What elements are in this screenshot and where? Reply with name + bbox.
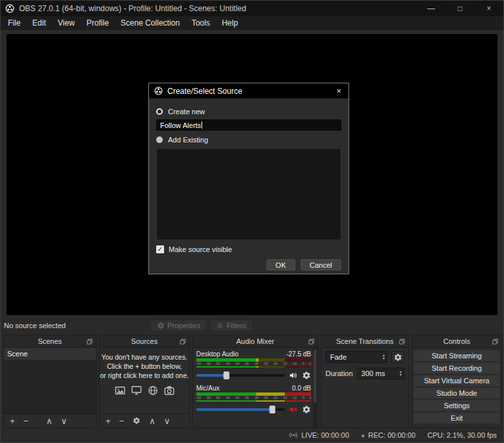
cancel-button[interactable]: Cancel bbox=[301, 259, 341, 270]
studio-mode-button[interactable]: Studio Mode bbox=[413, 387, 500, 399]
start-virtual-camera-button[interactable]: Start Virtual Camera bbox=[413, 375, 500, 387]
menu-item-profile[interactable]: Profile bbox=[81, 16, 115, 30]
record-dot-icon: ● bbox=[361, 432, 365, 439]
properties-button[interactable]: Properties bbox=[150, 320, 207, 331]
meter-scale: -60-55-50-45-40-35-30-25-20-15-10-50 bbox=[196, 362, 311, 366]
source-properties-button[interactable] bbox=[133, 417, 140, 425]
status-bar: LIVE: 00:00:00 ● REC: 00:00:00 CPU: 2.1%… bbox=[1, 428, 503, 442]
add-existing-option[interactable]: Add Existing bbox=[156, 135, 341, 144]
filters-button[interactable]: Filters bbox=[209, 320, 253, 331]
settings-button[interactable]: Settings bbox=[413, 400, 500, 411]
menu-bar: File Edit View Profile Scene Collection … bbox=[1, 16, 503, 30]
dialog-close-button[interactable]: × bbox=[334, 86, 343, 96]
properties-label: Properties bbox=[167, 322, 200, 329]
obs-logo-icon bbox=[5, 4, 14, 13]
spinbox-arrows-icon[interactable]: ▴▾ bbox=[400, 370, 402, 377]
live-timer: LIVE: 00:00:00 bbox=[301, 431, 349, 439]
make-source-visible-option[interactable]: ✓ Make source visible bbox=[156, 245, 341, 253]
menu-item-file[interactable]: File bbox=[2, 16, 26, 30]
duration-label: Duration bbox=[326, 369, 353, 377]
sources-empty-message: You don't have any sources. Click the + … bbox=[100, 348, 189, 380]
audio-mixer-dock-title: Audio Mixer bbox=[236, 337, 274, 345]
volume-meter-peak bbox=[196, 366, 311, 368]
controls-dock-title: Controls bbox=[444, 337, 471, 345]
scene-list[interactable]: Scene bbox=[4, 348, 96, 413]
camera-icon bbox=[163, 385, 175, 396]
transition-selected-value: Fade bbox=[330, 353, 346, 361]
transitions-dock-title: Scene Transitions bbox=[336, 337, 393, 345]
scenes-dock: Scenes Scene + − ∧ ∨ bbox=[3, 335, 96, 428]
volume-slider-handle[interactable] bbox=[223, 371, 229, 379]
menu-item-edit[interactable]: Edit bbox=[26, 16, 52, 30]
controls-dock: Controls Start Streaming Start Recording… bbox=[411, 335, 502, 428]
add-scene-button[interactable]: + bbox=[10, 417, 15, 425]
live-status: LIVE: 00:00:00 bbox=[289, 431, 349, 440]
volume-meter bbox=[196, 392, 311, 396]
gear-icon bbox=[133, 417, 140, 425]
transition-properties-button[interactable] bbox=[391, 351, 404, 363]
move-source-down-button[interactable]: ∨ bbox=[164, 417, 171, 425]
filters-label: Filters bbox=[226, 322, 246, 329]
create-select-source-dialog: Create/Select Source × Create new Follow… bbox=[148, 83, 349, 274]
popout-icon[interactable] bbox=[492, 338, 499, 345]
menu-item-help[interactable]: Help bbox=[216, 16, 244, 30]
mixer-channel-mic-aux: Mic/Aux 0.0 dB -60-55-50-45-40-35-30-25-… bbox=[196, 385, 311, 414]
popout-icon[interactable] bbox=[86, 338, 93, 345]
filter-icon bbox=[216, 322, 224, 329]
globe-icon bbox=[147, 385, 159, 396]
remove-scene-button[interactable]: − bbox=[24, 417, 29, 425]
menu-item-tools[interactable]: Tools bbox=[186, 16, 216, 30]
move-scene-down-button[interactable]: ∨ bbox=[61, 417, 68, 425]
source-name-input[interactable]: Follow Alerts bbox=[156, 119, 341, 131]
popout-icon[interactable] bbox=[308, 338, 315, 345]
move-source-up-button[interactable]: ∧ bbox=[149, 417, 156, 425]
close-button[interactable]: × bbox=[474, 1, 503, 16]
source-name-value: Follow Alerts bbox=[160, 121, 201, 129]
source-status-text: No source selected bbox=[4, 322, 66, 329]
existing-sources-list[interactable] bbox=[156, 148, 341, 240]
mixer-scrollbar[interactable] bbox=[313, 348, 317, 427]
exit-button[interactable]: Exit bbox=[413, 412, 500, 424]
create-new-label: Create new bbox=[168, 108, 205, 116]
volume-slider-handle[interactable] bbox=[270, 406, 276, 413]
channel-db-value: 0.0 dB bbox=[292, 385, 311, 392]
volume-meter bbox=[196, 358, 311, 362]
start-streaming-button[interactable]: Start Streaming bbox=[413, 350, 500, 362]
checkbox-checked-icon[interactable]: ✓ bbox=[156, 245, 164, 253]
radio-selected-icon[interactable] bbox=[156, 108, 163, 115]
popout-icon[interactable] bbox=[179, 338, 186, 345]
speaker-icon[interactable] bbox=[289, 371, 298, 380]
create-new-option[interactable]: Create new bbox=[156, 106, 341, 116]
speaker-muted-icon[interactable] bbox=[289, 405, 298, 414]
maximize-button[interactable]: □ bbox=[446, 1, 474, 16]
scene-list-item[interactable]: Scene bbox=[4, 348, 96, 360]
start-recording-button[interactable]: Start Recording bbox=[413, 362, 500, 374]
volume-slider[interactable] bbox=[196, 408, 285, 411]
radio-unselected-icon[interactable] bbox=[156, 137, 163, 143]
minimize-button[interactable]: — bbox=[417, 1, 446, 16]
duration-spinbox[interactable]: 300 ms ▴▾ bbox=[357, 368, 404, 379]
add-existing-label: Add Existing bbox=[168, 136, 208, 144]
remove-source-button[interactable]: − bbox=[119, 417, 125, 425]
channel-name: Desktop Audio bbox=[196, 350, 239, 358]
ok-button[interactable]: OK bbox=[266, 259, 295, 270]
gear-icon[interactable] bbox=[302, 405, 311, 414]
audio-mixer-dock: Audio Mixer Desktop Audio -27.5 dB -60-5… bbox=[192, 335, 318, 428]
sources-dock-title: Sources bbox=[131, 337, 158, 345]
image-icon bbox=[114, 385, 126, 396]
add-source-button[interactable]: + bbox=[106, 417, 111, 425]
dialog-title-bar: Create/Select Source × bbox=[149, 83, 348, 98]
volume-slider[interactable] bbox=[196, 374, 285, 377]
scenes-dock-title: Scenes bbox=[38, 337, 62, 345]
gear-icon[interactable] bbox=[302, 371, 311, 380]
menu-item-scene-collection[interactable]: Scene Collection bbox=[115, 16, 186, 30]
menu-item-view[interactable]: View bbox=[52, 16, 81, 30]
source-toolbar: No source selected Properties Filters bbox=[1, 318, 503, 333]
mixer-channel-desktop-audio: Desktop Audio -27.5 dB -60-55-50-45-40-3… bbox=[196, 350, 311, 380]
gear-icon bbox=[394, 353, 402, 362]
transition-select[interactable]: Fade ▴▾ bbox=[326, 351, 387, 363]
move-scene-up-button[interactable]: ∧ bbox=[46, 417, 52, 425]
popout-icon[interactable] bbox=[398, 338, 406, 345]
window-controls: — □ × bbox=[417, 1, 503, 16]
meter-scale: -60-55-50-45-40-35-30-25-20-15-10-50 bbox=[196, 396, 311, 400]
